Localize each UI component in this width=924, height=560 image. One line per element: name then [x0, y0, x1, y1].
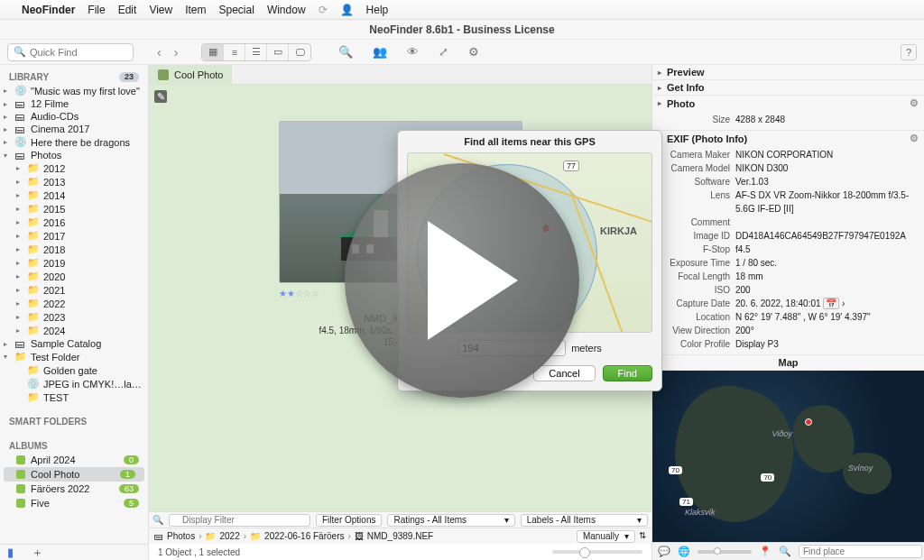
menu-special[interactable]: Special	[219, 4, 254, 16]
gear-icon[interactable]: ⚙	[910, 133, 919, 144]
chevron-icon[interactable]: ▸	[16, 245, 23, 253]
chevron-icon[interactable]: ▸	[16, 299, 23, 308]
tree-item[interactable]: ▸📁2024	[0, 324, 148, 337]
menu-user-icon[interactable]: 👤	[340, 4, 354, 16]
chevron-icon[interactable]: ›	[842, 298, 845, 308]
map-pin-button-icon[interactable]: 📍	[759, 546, 772, 557]
view-mode-segment[interactable]: ▦ ≡ ☰ ▭ 🖵	[201, 43, 311, 61]
tree-item[interactable]: ▸📁2016	[0, 216, 148, 229]
chevron-icon[interactable]: ▸	[16, 205, 23, 213]
tree-item[interactable]: ▸📁2022	[0, 297, 148, 310]
chevron-icon[interactable]: ▾	[4, 353, 11, 361]
tree-item[interactable]: ▸💿Here there be dragons	[0, 135, 148, 149]
chevron-icon[interactable]: ▸	[16, 286, 23, 294]
add-icon[interactable]: ＋	[32, 545, 43, 561]
tree-item[interactable]: 📁TEST	[0, 390, 148, 404]
menu-item[interactable]: Item	[185, 4, 206, 16]
tree-item[interactable]: ▸📁2017	[0, 229, 148, 243]
menu-help[interactable]: Help	[366, 4, 389, 16]
gear-icon[interactable]: ⚙	[910, 97, 919, 109]
chevron-icon[interactable]: ▸	[16, 313, 23, 321]
nav-forward-icon[interactable]: ›	[174, 45, 179, 60]
chevron-icon[interactable]: ▸	[16, 178, 23, 186]
menu-file[interactable]: File	[88, 4, 105, 16]
crumb-disk-icon[interactable]: 🖴	[154, 531, 163, 541]
tree-item[interactable]: ▸📁2012	[0, 161, 148, 175]
help-button[interactable]: ?	[901, 44, 917, 60]
chevron-icon[interactable]: ▸	[4, 340, 11, 348]
tree-item[interactable]: 💿JPEG in CMYK!…lay@mac.com)	[0, 377, 148, 390]
sidebar-toggle-icon[interactable]: ▮	[7, 546, 14, 559]
map-zoom-slider[interactable]	[698, 550, 752, 554]
chevron-icon[interactable]: ▸	[16, 164, 23, 172]
tree-item[interactable]: ▸📁2014	[0, 188, 148, 202]
filter-options-button[interactable]: Filter Options	[316, 514, 382, 527]
tree-item[interactable]: ▸🖴12 Filme	[0, 97, 148, 110]
tab-active[interactable]: Cool Photo	[149, 65, 232, 84]
album-row[interactable]: Five5	[0, 496, 148, 510]
tree-item[interactable]: ▸📁2023	[0, 310, 148, 324]
inspector-preview-header[interactable]: ▸Preview	[652, 65, 924, 79]
people-icon[interactable]: 👥	[373, 45, 387, 59]
album-row[interactable]: Färöers 202263	[0, 482, 148, 496]
crumb-3[interactable]: NMD_9389.NEF	[367, 531, 433, 541]
chevron-icon[interactable]: ▸	[4, 125, 11, 133]
gear-icon[interactable]: ⚙	[468, 45, 479, 59]
map-pin-icon[interactable]	[805, 418, 812, 426]
menu-app[interactable]: NeoFinder	[22, 4, 75, 16]
album-row[interactable]: April 20240	[0, 453, 148, 467]
location-map[interactable]: Viðoy Svínoy Klaksvík 70 70 71	[652, 371, 924, 542]
chevron-icon[interactable]: ▸	[4, 138, 11, 146]
inspector-photo-header[interactable]: ▸Photo⚙	[652, 96, 924, 111]
menu-sync-icon[interactable]: ⟳	[319, 4, 328, 16]
chevron-icon[interactable]: ▸	[16, 232, 23, 240]
tree-item[interactable]: 📁Golden gate	[0, 363, 148, 377]
view-grid-icon[interactable]: ▦	[202, 44, 224, 60]
sort-select[interactable]: Manually▾	[577, 530, 635, 543]
tree-item[interactable]: ▸📁2020	[0, 270, 148, 283]
chevron-icon[interactable]: ▸	[16, 272, 23, 280]
ratings-filter-select[interactable]: Ratings - All Items▾	[387, 514, 514, 527]
tree-item[interactable]: ▸📁2018	[0, 243, 148, 256]
album-row[interactable]: Cool Photo1	[4, 467, 144, 482]
eye-icon[interactable]: 👁	[407, 45, 419, 59]
labels-filter-select[interactable]: Labels - All Items▾	[521, 514, 648, 527]
tree-item[interactable]: ▸💿"Music was my first love"	[0, 84, 148, 97]
tree-item[interactable]: ▸📁2013	[0, 175, 148, 188]
sort-order-icon[interactable]: ⇅	[639, 530, 646, 543]
tree-item[interactable]: ▸📁2015	[0, 202, 148, 216]
view-list-icon[interactable]: ≡	[224, 44, 245, 60]
tree-item[interactable]: ▾📁Test Folder	[0, 350, 148, 363]
tree-item[interactable]: ▸🖴Audio-CDs	[0, 110, 148, 123]
find-place-input[interactable]	[799, 545, 922, 558]
menu-edit[interactable]: Edit	[118, 4, 137, 16]
nav-back-icon[interactable]: ‹	[157, 45, 162, 60]
inspector-getinfo-header[interactable]: ▸Get Info	[652, 80, 924, 95]
chevron-icon[interactable]: ▾	[4, 151, 11, 160]
view-desktop-icon[interactable]: 🖵	[289, 44, 310, 60]
inspector-exif-header[interactable]: ▾EXIF (Photo Info)⚙	[652, 131, 924, 146]
chevron-icon[interactable]: ▸	[16, 191, 23, 199]
chevron-icon[interactable]: ▸	[16, 259, 23, 267]
view-gallery-icon[interactable]: ▭	[267, 44, 289, 60]
fullscreen-icon[interactable]: ⤢	[439, 45, 448, 59]
map-globe-icon[interactable]: 🌐	[678, 546, 690, 557]
cancel-button[interactable]: Cancel	[533, 365, 595, 381]
chevron-icon[interactable]: ▸	[16, 326, 23, 335]
tree-item[interactable]: ▸📁2019	[0, 256, 148, 270]
quick-find-input[interactable]	[30, 47, 127, 58]
tree-item[interactable]: ▸📁2021	[0, 283, 148, 297]
menu-window[interactable]: Window	[267, 4, 306, 16]
calendar-icon[interactable]: 📅	[823, 298, 839, 309]
find-button[interactable]: Find	[603, 365, 652, 381]
tree-item[interactable]: ▸🖴Cinema 2017	[0, 123, 148, 135]
menu-view[interactable]: View	[149, 4, 172, 16]
view-columns-icon[interactable]: ☰	[245, 44, 267, 60]
crumb-2[interactable]: 2022-06-16 Färöers	[264, 531, 344, 541]
crumb-1[interactable]: 2022	[219, 531, 239, 541]
map-chat-icon[interactable]: 💬	[658, 546, 670, 557]
quick-find-box[interactable]: 🔍	[7, 43, 134, 61]
tree-item[interactable]: ▾🖴Photos	[0, 149, 148, 161]
play-overlay-icon[interactable]	[345, 163, 579, 398]
display-filter-input[interactable]	[169, 514, 310, 527]
